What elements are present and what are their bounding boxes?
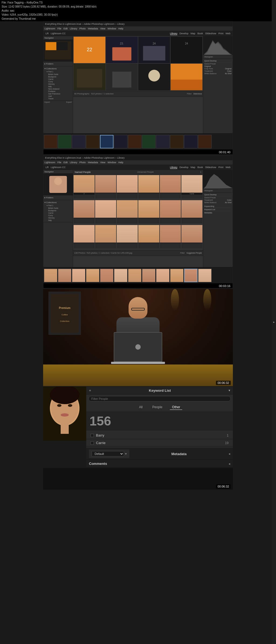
filmstrip-thumb2-10[interactable]: [170, 269, 184, 282]
photo-cell-1[interactable]: 22: [74, 37, 105, 63]
coll-item-6[interactable]: Italy: [44, 85, 72, 88]
coll-item-1[interactable]: British Suite: [44, 73, 72, 76]
keyword-tab-other[interactable]: Other: [170, 405, 182, 410]
right-expand-strip[interactable]: ▸: [272, 0, 276, 490]
coll-item-5[interactable]: Himney: [44, 83, 72, 85]
person-cell-18[interactable]: [181, 225, 202, 248]
filmstrip-thumb-4[interactable]: [86, 135, 99, 148]
coll-item-9[interactable]: San Francisco: [44, 93, 72, 95]
person-cell-12[interactable]: [181, 200, 202, 224]
person-cell-16[interactable]: [138, 225, 159, 248]
folders-title-1[interactable]: ▸ Folders: [44, 62, 72, 66]
photo-cell-7[interactable]: [138, 64, 170, 90]
person-cell-6[interactable]: Carrie: [181, 175, 202, 199]
metadata-preset-select[interactable]: Default: [92, 451, 124, 456]
import-label-1[interactable]: Import: [44, 101, 50, 103]
lr-menu-bar-1[interactable]: Lightroom File Edit Library Photo Metada…: [43, 26, 233, 31]
module-book-2[interactable]: Book: [198, 166, 203, 169]
module-book-1[interactable]: Book: [198, 32, 203, 35]
menu-view-2[interactable]: View: [100, 161, 105, 164]
export-label-1[interactable]: Export: [66, 101, 72, 103]
filmstrip-thumb-12[interactable]: [198, 135, 212, 148]
coll-item-3[interactable]: Carrie: [44, 78, 72, 80]
photo-cell-8[interactable]: [171, 64, 202, 90]
coll2-item-6[interactable]: Himney: [44, 217, 72, 219]
module-slideshow-1[interactable]: Slideshow: [205, 32, 216, 35]
keyword-tab-all[interactable]: All: [137, 405, 145, 410]
person-cell-9[interactable]: [117, 200, 138, 224]
filmstrip-thumb-7[interactable]: [128, 135, 142, 148]
menu-metadata-1[interactable]: Metadata: [88, 27, 98, 30]
filmstrip-thumb-10[interactable]: [170, 135, 184, 148]
person-cell-7[interactable]: [74, 200, 95, 224]
coll-item-10[interactable]: Judi: [44, 95, 72, 97]
menu-lightroom-2[interactable]: Lightroom: [44, 161, 55, 164]
toolbar-filter-1[interactable]: Filter: [187, 93, 192, 95]
filmstrip-thumb2-6[interactable]: [114, 269, 127, 282]
filmstrip-thumb2-7[interactable]: [128, 269, 142, 282]
person-cell-1[interactable]: 2: [74, 175, 95, 199]
filmstrip-thumb2-5[interactable]: [100, 269, 113, 282]
menu-edit-1[interactable]: Edit: [64, 27, 68, 30]
module-web-1[interactable]: Web: [226, 32, 230, 35]
menu-photo-2[interactable]: Photo: [80, 161, 86, 164]
toolbar-filter-2[interactable]: Filter: [180, 252, 185, 254]
collections-title-1[interactable]: ▾ Collections: [44, 67, 72, 70]
person-cell-3[interactable]: [117, 175, 138, 199]
menu-window-2[interactable]: Window: [108, 161, 116, 164]
keyword-search-input[interactable]: [88, 396, 231, 401]
coll2-item-2[interactable]: British Suite: [44, 207, 72, 209]
coll2-item-7[interactable]: Italy: [44, 219, 72, 222]
menu-view-1[interactable]: View: [100, 27, 105, 30]
filmstrip-thumb-2[interactable]: [58, 135, 71, 148]
person-cell-17[interactable]: [160, 225, 181, 248]
toolbar-slideshow-1[interactable]: Slideshow: [193, 93, 202, 95]
coll2-item-3[interactable]: Budapest: [44, 209, 72, 212]
person-cell-13[interactable]: [74, 225, 95, 248]
module-develop-1[interactable]: Develop: [180, 32, 188, 35]
module-slideshow-2[interactable]: Slideshow: [205, 166, 216, 169]
keyword-list-filter-icon[interactable]: ▾: [229, 389, 230, 392]
menu-metadata-2[interactable]: Metadata: [88, 161, 98, 164]
menu-photo-1[interactable]: Photo: [80, 27, 86, 30]
filmstrip-thumb2-selected[interactable]: [184, 269, 198, 282]
filmstrip-thumb2-9[interactable]: [156, 269, 170, 282]
module-map-2[interactable]: Map: [191, 166, 195, 169]
filmstrip-thumb-8[interactable]: [142, 135, 156, 148]
keyword-barry-checkbox[interactable]: [91, 434, 94, 437]
photo-cell-6[interactable]: [106, 64, 138, 90]
menu-help-1[interactable]: Help: [118, 27, 123, 30]
menu-file-1[interactable]: File: [57, 27, 61, 30]
module-library-2[interactable]: Library: [170, 166, 178, 169]
coll2-item-5[interactable]: Curry: [44, 214, 72, 217]
menu-edit-2[interactable]: Edit: [64, 161, 68, 164]
filmstrip-thumb2-8[interactable]: [142, 269, 156, 282]
menu-window-1[interactable]: Window: [108, 27, 116, 30]
photo-cell-4[interactable]: 24: [171, 37, 202, 63]
filmstrip-thumb2-3[interactable]: [72, 269, 85, 282]
menu-file-2[interactable]: File: [57, 161, 61, 164]
module-print-1[interactable]: Print: [218, 32, 223, 35]
photo-cell-5[interactable]: [74, 64, 105, 90]
filmstrip-thumb-1[interactable]: [44, 135, 57, 148]
person-cell-15[interactable]: [117, 225, 138, 248]
person-cell-8[interactable]: [95, 200, 116, 224]
person-cell-11[interactable]: [160, 200, 181, 224]
keyword-add-button[interactable]: +: [89, 388, 91, 393]
person-cell-14[interactable]: [95, 225, 116, 248]
filmstrip-thumb-6[interactable]: [114, 135, 127, 148]
lr-menu-bar-2[interactable]: Lightroom File Edit Library Photo Metada…: [43, 160, 233, 165]
collections-title-2[interactable]: ▾ Collections: [44, 201, 72, 204]
module-web-2[interactable]: Web: [226, 166, 230, 169]
coll-item-4[interactable]: Curry: [44, 80, 72, 83]
collections-part1-1[interactable]: ▾ Part 1: [44, 70, 72, 73]
module-library-1[interactable]: Library: [170, 32, 178, 35]
coll-item-7[interactable]: New Zealand: [44, 88, 72, 90]
filmstrip-thumb2-1[interactable]: [44, 269, 57, 282]
coll2-item-4[interactable]: Carrie: [44, 212, 72, 214]
coll-item-2[interactable]: Budapest: [44, 76, 72, 78]
folders-title-2[interactable]: ▸ Folders: [44, 196, 72, 199]
filmstrip-thumb2-4[interactable]: [86, 269, 99, 282]
coll-item-8[interactable]: Portland: [44, 90, 72, 93]
coll2-item-1[interactable]: ▾ Part 1: [44, 204, 72, 207]
